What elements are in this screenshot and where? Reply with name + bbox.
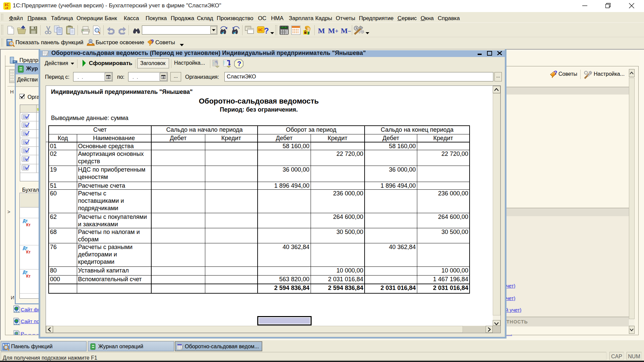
svg-text:?: ?	[554, 70, 557, 76]
svg-text:?: ?	[264, 26, 269, 35]
svg-text:v8: v8	[5, 6, 8, 10]
svg-text:?: ?	[151, 39, 154, 45]
svg-text:?: ?	[237, 60, 241, 67]
svg-text:1С: 1С	[258, 27, 263, 32]
